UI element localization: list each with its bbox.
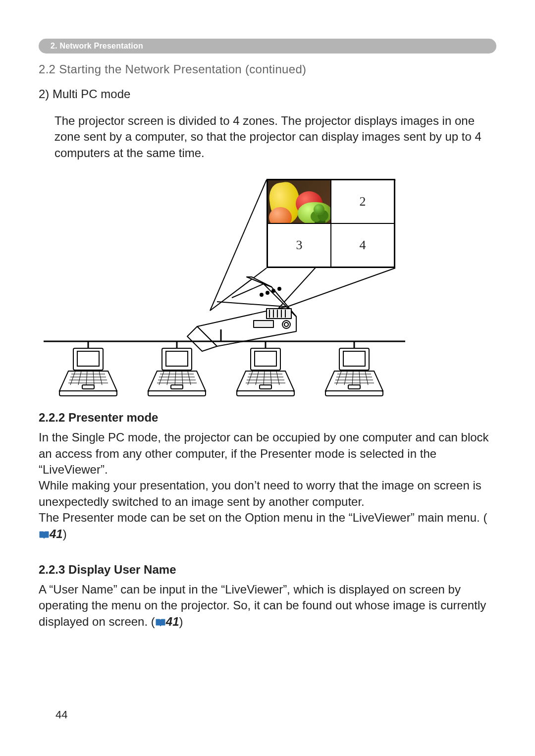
- laptop-icon: [324, 346, 384, 398]
- svg-line-0: [210, 180, 267, 311]
- chapter-tab-label: 2. Network Presentation: [51, 42, 143, 51]
- svg-rect-14: [267, 309, 291, 319]
- zone-2: 2: [331, 180, 394, 223]
- username-p1b: ): [179, 615, 183, 628]
- username-ref: 41: [166, 615, 179, 628]
- section-presenter-mode: 2.2.2 Presenter mode In the Single PC mo…: [39, 411, 496, 542]
- presenter-p3b: ): [63, 527, 67, 540]
- multi-pc-figure: 2 3 4: [39, 178, 497, 401]
- svg-point-13: [278, 287, 281, 290]
- zone-grid: 2 3 4: [267, 179, 395, 268]
- section-title: 2.2 Starting the Network Presentation (c…: [39, 62, 496, 76]
- svg-rect-20: [254, 321, 273, 327]
- presenter-heading: 2.2.2 Presenter mode: [39, 411, 496, 425]
- multi-pc-body: The projector screen is divided to 4 zon…: [54, 113, 496, 161]
- svg-rect-74: [325, 391, 383, 396]
- laptop-icon: [58, 346, 118, 398]
- svg-rect-46: [148, 391, 206, 396]
- svg-rect-58: [255, 351, 276, 366]
- svg-line-3: [276, 268, 395, 311]
- svg-rect-30: [77, 351, 99, 366]
- chapter-tab: 2. Network Presentation: [39, 39, 496, 54]
- username-p1: A “User Name” can be input in the “LiveV…: [39, 582, 496, 630]
- book-icon: [155, 618, 166, 627]
- svg-point-10: [260, 293, 263, 296]
- svg-rect-70: [260, 385, 271, 389]
- zone-4: 4: [331, 223, 394, 267]
- presenter-p3: The Presenter mode can be set on the Opt…: [39, 510, 496, 542]
- zone-1-image: [268, 180, 331, 223]
- presenter-p2: While making your presentation, you don’…: [39, 478, 496, 510]
- svg-point-11: [266, 291, 269, 294]
- username-heading: 2.2.3 Display User Name: [39, 563, 496, 577]
- book-icon: [39, 531, 50, 540]
- username-p1a: A “User Name” can be input in the “LiveV…: [39, 583, 486, 628]
- section-display-user-name: 2.2.3 Display User Name A “User Name” ca…: [39, 563, 496, 630]
- presenter-p3a: The Presenter mode can be set on the Opt…: [39, 511, 487, 524]
- page-number: 44: [55, 708, 67, 721]
- zone-3: 3: [268, 223, 331, 267]
- svg-rect-60: [237, 391, 294, 396]
- svg-rect-44: [166, 351, 188, 366]
- laptop-icon: [147, 346, 207, 398]
- svg-rect-56: [171, 385, 183, 389]
- multi-pc-heading: 2) Multi PC mode: [39, 87, 496, 101]
- svg-rect-32: [59, 391, 117, 396]
- svg-rect-72: [343, 351, 365, 366]
- fruit-image: [268, 180, 330, 223]
- svg-rect-84: [348, 385, 360, 389]
- svg-line-8: [217, 302, 286, 307]
- manual-page: 2. Network Presentation 2.2 Starting the…: [0, 0, 535, 756]
- presenter-p1: In the Single PC mode, the projector can…: [39, 430, 496, 478]
- laptop-icon: [236, 346, 295, 398]
- presenter-ref: 41: [50, 527, 63, 540]
- svg-point-12: [272, 289, 275, 292]
- svg-point-22: [284, 323, 288, 326]
- svg-rect-42: [82, 385, 94, 389]
